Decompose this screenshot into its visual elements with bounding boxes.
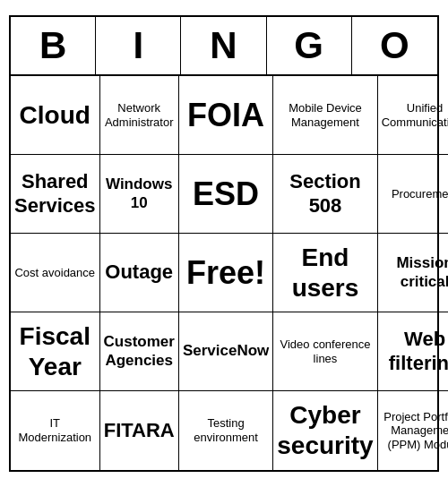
bingo-cell-2: FOIA bbox=[179, 76, 273, 155]
bingo-cell-11: Outage bbox=[100, 234, 179, 312]
bingo-cell-12: Free! bbox=[179, 234, 273, 312]
bingo-cell-18: Video conference lines bbox=[273, 312, 377, 391]
bingo-cell-8: Section 508 bbox=[273, 155, 377, 234]
bingo-letter-o: O bbox=[352, 17, 437, 74]
bingo-cell-3: Mobile Device Management bbox=[273, 76, 377, 155]
bingo-grid: CloudNetwork AdministratorFOIAMobile Dev… bbox=[11, 76, 437, 470]
bingo-cell-9: Procurement bbox=[378, 155, 448, 234]
bingo-cell-0: Cloud bbox=[11, 76, 100, 155]
bingo-card: BINGO CloudNetwork AdministratorFOIAMobi… bbox=[9, 15, 439, 472]
bingo-letter-b: B bbox=[11, 17, 96, 74]
bingo-cell-22: Testing environment bbox=[179, 391, 273, 470]
bingo-cell-19: Web filtering bbox=[378, 312, 448, 391]
bingo-letter-g: G bbox=[267, 17, 352, 74]
bingo-cell-20: IT Modernization bbox=[11, 391, 100, 470]
bingo-cell-7: ESD bbox=[179, 155, 273, 234]
bingo-cell-17: ServiceNow bbox=[179, 312, 273, 391]
bingo-cell-5: Shared Services bbox=[11, 155, 100, 234]
bingo-cell-15: Fiscal Year bbox=[11, 312, 100, 391]
bingo-cell-1: Network Administrator bbox=[100, 76, 179, 155]
bingo-cell-14: Mission critical bbox=[378, 234, 448, 312]
bingo-header: BINGO bbox=[11, 17, 437, 76]
bingo-cell-23: Cyber security bbox=[273, 391, 377, 470]
bingo-cell-24: Project Portfolio Management (PPM) Modul… bbox=[378, 391, 448, 470]
bingo-cell-4: Unified Communications bbox=[378, 76, 448, 155]
bingo-letter-n: N bbox=[181, 17, 266, 74]
bingo-letter-i: I bbox=[96, 17, 181, 74]
bingo-cell-10: Cost avoidance bbox=[11, 234, 100, 312]
bingo-cell-16: Customer Agencies bbox=[100, 312, 179, 391]
bingo-cell-6: Windows 10 bbox=[100, 155, 179, 234]
bingo-cell-21: FITARA bbox=[100, 391, 179, 470]
bingo-cell-13: End users bbox=[273, 234, 377, 312]
